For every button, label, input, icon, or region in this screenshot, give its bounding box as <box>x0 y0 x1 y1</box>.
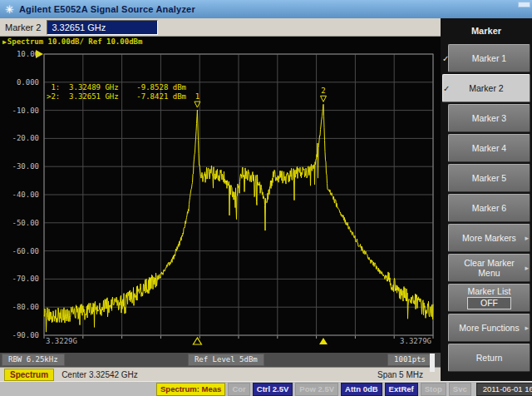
submenu-arrow-icon: ▸ <box>525 234 529 242</box>
marker-readout: 1: 3.32489 GHz -9.8528 dBm <box>47 83 186 92</box>
status-chip: Pow 2.5V <box>295 383 338 396</box>
status-chip: Svc <box>449 383 471 396</box>
softkey-label: Clear Marker <box>464 258 515 268</box>
softkey-label: Return <box>476 353 503 363</box>
y-axis-label: -60.00 <box>12 247 41 255</box>
y-axis-labels: 10.000.000-10.00-20.00-30.00-40.00-50.00… <box>0 50 41 339</box>
marker-value-input[interactable]: 3.32651 GHz <box>47 20 158 35</box>
entry-toolbar: Marker 2 3.32651 GHz <box>0 18 441 37</box>
softkey-button[interactable]: ✓ Clear Marker Menu ▸ <box>442 254 530 282</box>
softkey-button-face[interactable]: Marker 5 <box>448 164 530 192</box>
marker-readout-block: 1: 3.32489 GHz -9.8528 dBm>2: 3.32651 GH… <box>47 56 186 101</box>
softkey-label: Marker 4 <box>472 143 506 153</box>
softkey-label-line2: Menu <box>478 268 500 278</box>
span-readout: Span 5 MHz <box>377 370 423 379</box>
menu-title: Marker <box>441 18 532 43</box>
softkey-button-face[interactable]: More Markers <box>448 224 530 252</box>
status-chip: Ctrl 2.5V <box>253 383 293 396</box>
y-axis-label: -40.00 <box>12 191 41 199</box>
softkey-label: Marker List <box>468 286 511 296</box>
trace-marker-number: 1 <box>195 92 200 101</box>
softkey-label: Marker 3 <box>472 113 506 123</box>
softkey-button[interactable]: ✓ Marker List OFF ▸ <box>442 284 530 312</box>
softkey-button-face[interactable]: Marker 4 <box>448 134 530 162</box>
trace-select-icon: ▶ <box>2 38 7 46</box>
ref-level-readout: Ref Level 5dBm <box>188 354 264 366</box>
rbw-readout: RBW 6.25kHz <box>2 354 65 366</box>
y-axis-label: -30.00 <box>12 162 41 171</box>
softkey-button-face[interactable]: Marker 6 <box>448 194 530 222</box>
submenu-arrow-icon: ▸ <box>525 324 529 332</box>
softkey-button[interactable]: ✓ More Functions ▸ <box>442 314 530 342</box>
softkey-state-value: OFF <box>467 297 511 309</box>
trace-marker-number: 2 <box>321 87 325 95</box>
axis-marker-active-icon[interactable] <box>319 338 328 344</box>
y-axis-label: -90.00 <box>12 331 41 339</box>
softkey-button[interactable]: ✓ Marker 4 ▸ <box>442 134 530 162</box>
channel-name-badge: Spectrum <box>4 369 54 381</box>
y-axis-label: -70.00 <box>12 275 41 283</box>
softkey-button[interactable]: ✓ Marker 2 ▸ <box>442 74 530 102</box>
marker-readout: >2: 3.32651 GHz -7.8421 dBm <box>47 92 186 101</box>
scrollbar[interactable] <box>430 354 435 372</box>
x-axis-stop-label: 3.3279G <box>400 337 431 345</box>
softkey-button-face[interactable]: More Functions <box>448 314 530 342</box>
softkey-button[interactable]: ✓ More Markers ▸ <box>442 224 530 252</box>
softkey-button-face[interactable]: Clear Marker Menu <box>448 254 530 282</box>
check-icon: ✓ <box>443 84 450 93</box>
trace-marker-flag-icon <box>321 96 327 101</box>
softkey-label: Marker 5 <box>472 173 506 183</box>
window-title: Agilent E5052A Signal Source Analyzer <box>19 4 195 14</box>
status-chip: Stop <box>421 383 446 396</box>
sweep-settings-bar: RBW 6.25kHz Ref Level 5dBm 1001pts <box>0 353 441 367</box>
softkey-button[interactable]: ✓ Marker 5 ▸ <box>442 164 530 192</box>
app-logo-icon: ✳ <box>5 4 14 15</box>
softkey-menu: Marker ✓ Marker 1 ▸ ✓ Marker 2 <box>441 18 532 381</box>
submenu-arrow-icon: ▸ <box>525 264 529 272</box>
y-axis-label: 0.000 <box>17 78 41 87</box>
status-chip: ExtRef <box>385 383 418 396</box>
x-axis-start-label: 3.3229G <box>46 337 77 345</box>
status-chip: 2011-06-01 16:03 <box>476 383 532 396</box>
softkey-button[interactable]: ✓ Marker 1 ▸ <box>442 44 530 72</box>
softkey-button[interactable]: ✓ Marker 3 ▸ <box>442 104 530 132</box>
softkey-label: Marker 1 <box>472 53 506 63</box>
y-axis-label: -50.00 <box>12 219 41 227</box>
status-chip: Attn 0dB <box>341 383 382 396</box>
window-control <box>518 2 530 7</box>
softkey-label: More Functions <box>459 323 519 333</box>
channel-status-bar: Spectrum Center 3.32542 GHz Span 5 MHz <box>0 367 441 381</box>
trace-header: ▶Spectrum 10.00dB/ Ref 10.00dBm <box>2 37 142 46</box>
softkey-button-face[interactable]: Marker 1 <box>448 44 530 72</box>
status-chip: Spectrum: Meas <box>156 383 225 396</box>
active-entry-label: Marker 2 <box>5 22 41 32</box>
softkey-label: Marker 6 <box>472 203 506 213</box>
softkey-button-face[interactable]: Marker 3 <box>448 104 530 132</box>
y-axis-label: 10.00 <box>17 50 41 58</box>
y-axis-label: -80.00 <box>12 303 41 311</box>
status-taskbar: Spectrum: MeasCorCtrl 2.5VPow 2.5VAttn 0… <box>0 381 532 396</box>
instrument-display: ▶Spectrum 10.00dB/ Ref 10.00dBm 12 1: 3.… <box>0 37 441 367</box>
points-readout: 1001pts <box>387 354 432 366</box>
y-axis-label: -10.00 <box>12 106 41 115</box>
softkey-label: More Markers <box>462 233 516 243</box>
softkey-button[interactable]: ✓ Marker 6 ▸ <box>442 194 530 222</box>
center-frequency-readout: Center 3.32542 GHz <box>62 370 138 379</box>
y-axis-label: -20.00 <box>12 134 41 142</box>
softkey-button-face[interactable]: Return <box>448 344 530 372</box>
softkey-label: Marker 2 <box>469 83 503 93</box>
softkey-button-face[interactable]: Marker List OFF <box>448 284 530 312</box>
title-bar: ✳ Agilent E5052A Signal Source Analyzer <box>0 0 532 18</box>
axis-marker-icon[interactable] <box>193 338 201 344</box>
status-chip: Cor <box>228 383 249 396</box>
check-icon: ✓ <box>442 54 449 63</box>
softkey-button-face[interactable]: Marker 2 <box>442 74 530 102</box>
softkey-button[interactable]: ✓ Return ▸ <box>442 344 530 372</box>
